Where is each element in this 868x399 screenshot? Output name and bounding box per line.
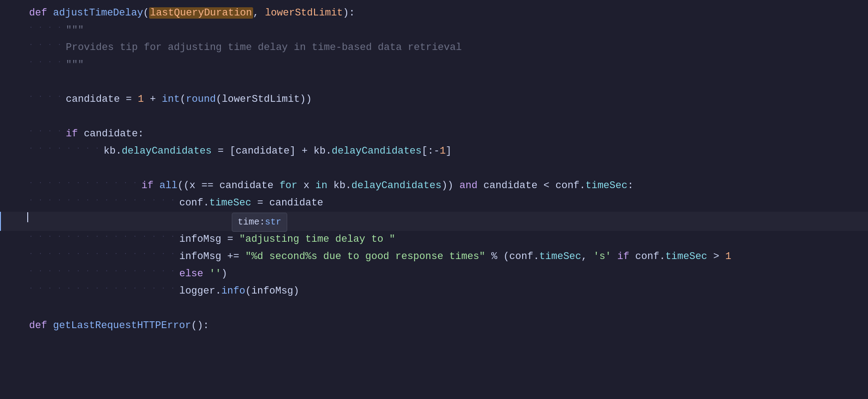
line-content-8: if candidate: <box>64 126 868 142</box>
code-line-4: · · · · """ <box>0 56 868 74</box>
indent-11: · · · · · · · · · · · · <box>27 178 140 188</box>
param-lowerStdLimit: lowerStdLimit <box>265 7 343 19</box>
code-editor: def adjustTimeDelay(lastQueryDuration, l… <box>0 0 868 399</box>
indent-14: · · · · · · · · · · · · · · · · <box>27 231 177 241</box>
line-content-14: infoMsg = "adjusting time delay to " <box>177 231 868 247</box>
code-line-7 <box>0 108 868 125</box>
line-content-1: def adjustTimeDelay(lastQueryDuration, l… <box>27 5 868 21</box>
docstring-text: Provides tip for adjusting time delay in… <box>66 42 462 53</box>
indent-9: · · · · · · · · <box>27 143 102 153</box>
code-line-6: · · · · candidate = 1 + int(round(lowerS… <box>0 91 868 108</box>
type-tooltip: time:str <box>232 213 287 232</box>
indent-16: · · · · · · · · · · · · · · · · <box>27 266 177 276</box>
code-line-2: · · · · """ <box>0 22 868 39</box>
line-content-11: if all((x == candidate for x in kb.delay… <box>140 178 868 194</box>
code-line-14: · · · · · · · · · · · · · · · · infoMsg … <box>0 231 868 248</box>
keyword-def: def <box>29 7 53 19</box>
line-content-15: infoMsg += "%d second%s due to good resp… <box>177 249 868 264</box>
docstring-close: """ <box>66 59 84 70</box>
tooltip-type: str <box>265 217 281 227</box>
indent-12: · · · · · · · · · · · · · · · · <box>27 195 177 205</box>
function-name: adjustTimeDelay <box>53 7 143 19</box>
indent-2: · · · · <box>27 22 64 32</box>
docstring-open: """ <box>66 25 84 36</box>
code-line-11: · · · · · · · · · · · · if all((x == can… <box>0 177 868 195</box>
code-line-19: def getLastRequestHTTPError(): <box>0 317 868 334</box>
line-content-12: conf.timeSec = candidate <box>177 195 868 211</box>
text-cursor <box>27 212 28 222</box>
code-line-17: · · · · · · · · · · · · · · · · logger.i… <box>0 283 868 300</box>
line-content-16: else '') <box>177 266 868 282</box>
indent-15: · · · · · · · · · · · · · · · · <box>27 249 177 259</box>
tooltip-label: time: <box>238 217 265 227</box>
code-line-8: · · · · if candidate: <box>0 125 868 143</box>
indent-3: · · · · <box>27 40 64 50</box>
code-line-12: · · · · · · · · · · · · · · · · conf.tim… <box>0 195 868 212</box>
line-content-2: """ <box>64 22 868 38</box>
line-content-6: candidate = 1 + int(round(lowerStdLimit)… <box>64 91 868 107</box>
indent-8: · · · · <box>27 126 64 136</box>
line-content-19: def getLastRequestHTTPError(): <box>27 318 868 334</box>
line-content-3: Provides tip for adjusting time delay in… <box>64 40 868 55</box>
code-line-18 <box>0 300 868 317</box>
indent-17: · · · · · · · · · · · · · · · · <box>27 283 177 293</box>
code-line-15: · · · · · · · · · · · · · · · · infoMsg … <box>0 248 868 265</box>
code-line-3: · · · · Provides tip for adjusting time … <box>0 39 868 56</box>
indent-6: · · · · <box>27 91 64 101</box>
param-lastQueryDuration: lastQueryDuration <box>149 7 253 19</box>
line-content-9: kb.delayCandidates = [candidate] + kb.de… <box>102 143 868 159</box>
line-content-4: """ <box>64 57 868 73</box>
code-line-16: · · · · · · · · · · · · · · · · else '') <box>0 265 868 283</box>
code-line-13: time:str <box>0 212 868 231</box>
code-line-5 <box>0 74 868 91</box>
line-content-17: logger.info(infoMsg) <box>177 283 868 299</box>
code-line-1: def adjustTimeDelay(lastQueryDuration, l… <box>0 5 868 22</box>
code-line-10 <box>0 160 868 177</box>
code-line-9: · · · · · · · · kb.delayCandidates = [ca… <box>0 143 868 160</box>
indent-4: · · · · <box>27 57 64 67</box>
